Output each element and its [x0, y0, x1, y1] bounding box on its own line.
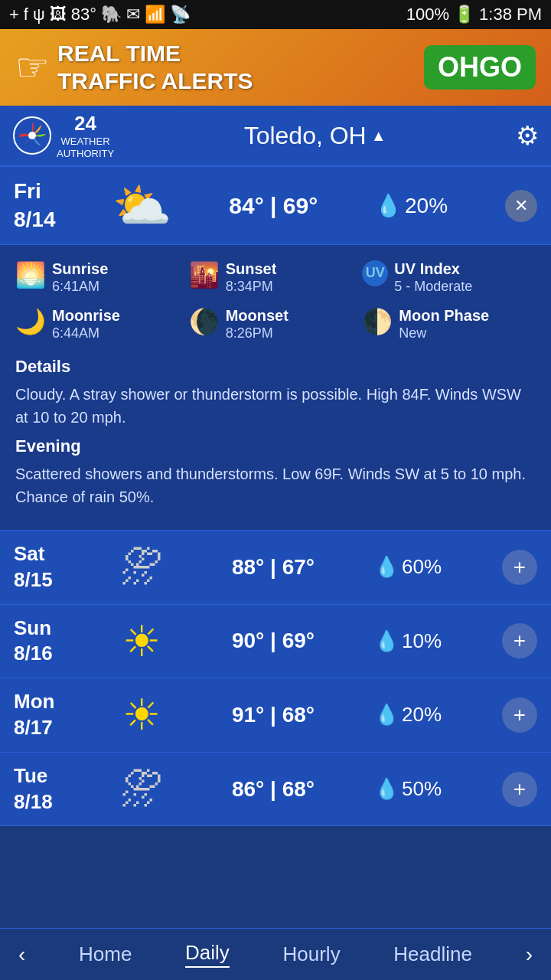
status-time: 1:38 PM	[479, 5, 542, 24]
raindrop-icon: 💧	[375, 193, 402, 218]
forecast-expand-btn-2[interactable]: +	[502, 697, 537, 733]
status-image: 🖼	[50, 5, 67, 24]
nav-item-home[interactable]: Home	[79, 942, 132, 966]
status-bar: + f ψ 🖼 83° 🐘 ✉ 📶 📡 100% 🔋 1:38 PM	[0, 0, 551, 29]
forecast-expand-btn-0[interactable]: +	[502, 550, 537, 585]
location-title[interactable]: Toledo, OH ▲	[244, 122, 386, 150]
moon-phase-item: 🌓 Moon Phase New	[362, 305, 536, 341]
forecast-expand-btn-3[interactable]: +	[502, 772, 537, 807]
moonset-value: 8:26PM	[226, 325, 289, 341]
current-precip: 💧 20%	[375, 193, 448, 218]
forecast-icon-3: ⛈	[111, 764, 172, 814]
ad-logo: OHGO	[424, 45, 536, 90]
status-battery-pct: 100%	[406, 5, 449, 24]
current-high: 84°	[229, 193, 263, 218]
nav-next-arrow[interactable]: ›	[526, 942, 533, 967]
forecast-temp-1: 90° | 69°	[201, 629, 346, 653]
sunrise-value: 6:41AM	[52, 279, 108, 295]
nav-item-daily[interactable]: Daily	[185, 941, 230, 968]
status-evernote: 🐘	[101, 5, 122, 24]
current-day-date: Fri 8/14	[14, 178, 56, 234]
status-signal: 📡	[170, 5, 191, 24]
details-section: 🌅 Sunrise 6:41AM 🌇 Sunset 8:34PM UV UV I…	[0, 245, 551, 531]
forecast-precip-0: 💧60%	[374, 555, 474, 579]
settings-button[interactable]: ⚙	[516, 120, 539, 151]
evening-heading: Evening	[15, 436, 536, 456]
svg-point-1	[28, 132, 36, 139]
moon-phase-label: Moon Phase	[399, 305, 489, 325]
status-wifi: 📶	[145, 5, 165, 24]
moonrise-icon: 🌙	[15, 307, 46, 336]
sunset-item: 🌇 Sunset 8:34PM	[189, 259, 363, 295]
uv-value: 5 - Moderate	[394, 279, 472, 295]
ad-line1: REAL TIME	[57, 40, 253, 67]
sunset-value: 8:34PM	[226, 279, 277, 295]
sunrise-item: 🌅 Sunrise 6:41AM	[15, 259, 189, 295]
forecast-row: Mon 8/17 ☀ 91° | 68° 💧20% +	[0, 678, 551, 753]
nbc-logo: 24 WEATHERAUTHORITY	[12, 112, 114, 159]
close-button[interactable]: ✕	[505, 190, 537, 222]
app-header: 24 WEATHERAUTHORITY Toledo, OH ▲ ⚙	[0, 106, 551, 167]
sunrise-label: Sunrise	[52, 259, 108, 279]
moon-phase-icon: 🌓	[362, 307, 393, 336]
forecast-day-1: Sun 8/16	[14, 616, 83, 668]
details-heading: Details	[15, 357, 536, 377]
nav-prev-arrow[interactable]: ‹	[18, 942, 25, 967]
status-left: + f ψ 🖼 83° 🐘 ✉ 📶 📡	[9, 5, 191, 24]
forecast-day-3: Tue 8/18	[14, 763, 83, 815]
status-temp: 83°	[71, 5, 96, 24]
ad-banner[interactable]: ☞ REAL TIME TRAFFIC ALERTS OHGO	[0, 29, 551, 106]
moonset-item: 🌘 Moonset 8:26PM	[189, 305, 363, 341]
forecast-row: Sat 8/15 ⛈ 88° | 67° 💧60% +	[0, 531, 551, 605]
moonset-label: Moonset	[226, 305, 289, 325]
nbc-peacock-icon	[12, 116, 52, 155]
ad-hand-icon: ☞	[15, 45, 50, 90]
moonrise-item: 🌙 Moonrise 6:44AM	[15, 305, 189, 341]
current-weather-icon: ⛅	[112, 178, 171, 234]
moon-phase-value: New	[399, 325, 489, 341]
nav-item-headline[interactable]: Headline	[393, 942, 472, 966]
forecast-temp-0: 88° | 67°	[201, 555, 346, 580]
forecast-day-0: Sat 8/15	[14, 541, 83, 593]
sunrise-icon: 🌅	[15, 260, 46, 289]
forecast-icon-2: ☀	[111, 690, 172, 740]
location-dropdown-icon[interactable]: ▲	[371, 127, 386, 145]
moonset-icon: 🌘	[189, 307, 220, 336]
forecast-precip-3: 💧50%	[374, 777, 474, 801]
raindrop-icon: 💧	[374, 703, 399, 727]
sunset-icon: 🌇	[189, 260, 220, 289]
sun-moon-grid: 🌅 Sunrise 6:41AM 🌇 Sunset 8:34PM UV UV I…	[15, 259, 536, 341]
forecast-temp-2: 91° | 68°	[201, 703, 346, 727]
status-fb: f	[24, 5, 28, 24]
moonrise-value: 6:44AM	[52, 325, 120, 341]
forecast-temp-3: 86° | 68°	[201, 777, 346, 802]
forecast-day-2: Mon 8/17	[14, 689, 83, 741]
current-low: 69°	[283, 193, 318, 218]
forecast-expand-btn-1[interactable]: +	[502, 623, 537, 658]
current-day-row: Fri 8/14 ⛅ 84° | 69° 💧 20% ✕	[0, 167, 551, 245]
forecast-row: Sun 8/16 ☀ 90° | 69° 💧10% +	[0, 605, 551, 679]
nav-item-hourly[interactable]: Hourly	[283, 942, 341, 966]
forecast-precip-2: 💧20%	[374, 703, 474, 727]
raindrop-icon: 💧	[374, 777, 399, 801]
channel-tagline: WEATHERAUTHORITY	[57, 136, 114, 159]
details-evening-text: Scattered showers and thunderstorms. Low…	[15, 462, 536, 508]
status-mail: ✉	[126, 5, 140, 24]
forecast-icon-0: ⛈	[111, 542, 172, 592]
forecast-row: Tue 8/18 ⛈ 86° | 68° 💧50% +	[0, 753, 551, 827]
ad-line2: TRAFFIC ALERTS	[57, 67, 253, 95]
channel-number: 24	[74, 112, 96, 136]
status-battery-icon: 🔋	[454, 5, 474, 24]
uv-icon: UV	[362, 260, 388, 286]
status-plus: +	[9, 5, 19, 24]
location-name: Toledo, OH	[244, 122, 367, 150]
sunset-label: Sunset	[226, 259, 277, 279]
forecast-icon-1: ☀	[111, 616, 172, 666]
uv-label: UV Index	[394, 259, 472, 279]
raindrop-icon: 💧	[374, 629, 399, 653]
forecast-list: Sat 8/15 ⛈ 88° | 67° 💧60% + Sun 8/16 ☀ 9…	[0, 531, 551, 826]
bottom-nav: ‹ Home Daily Hourly Headline ›	[0, 928, 551, 980]
details-day-text: Cloudy. A stray shower or thunderstorm i…	[15, 383, 536, 429]
forecast-precip-1: 💧10%	[374, 629, 474, 653]
raindrop-icon: 💧	[374, 555, 399, 579]
